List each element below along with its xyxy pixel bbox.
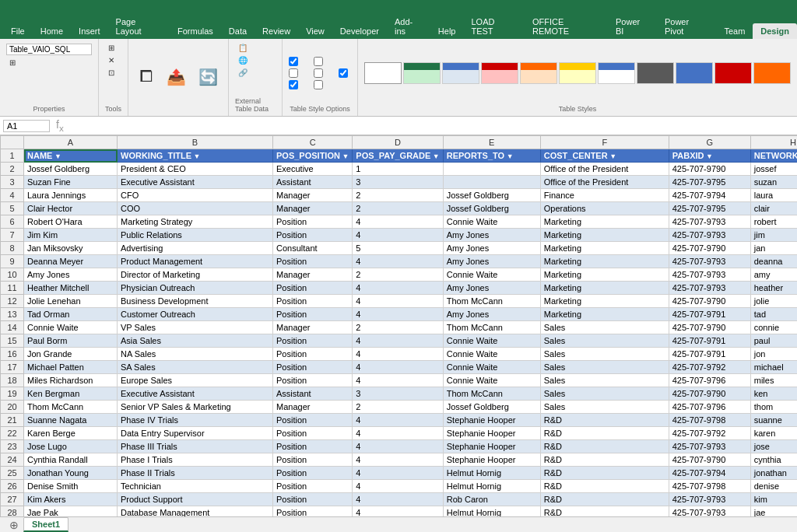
cell-10-6[interactable]: Marketing bbox=[540, 268, 669, 282]
first-column-checkbox[interactable] bbox=[314, 57, 326, 66]
cell-10-2[interactable]: Director of Marketing bbox=[118, 268, 273, 282]
cell-6-6[interactable]: Marketing bbox=[540, 215, 669, 229]
spreadsheet[interactable]: A B C D E F G H I J K 1 NAME WORKING_TIT… bbox=[0, 135, 797, 516]
cell-4-6[interactable]: Finance bbox=[540, 189, 669, 202]
cell-28-4[interactable]: 4 bbox=[353, 506, 443, 517]
cell-28-3[interactable]: Position bbox=[273, 506, 353, 517]
cell-7-4[interactable]: 4 bbox=[353, 229, 443, 242]
cell-3-7[interactable]: 425-707-9795 bbox=[669, 176, 750, 189]
cell-9-3[interactable]: Position bbox=[273, 255, 353, 268]
tab-developer[interactable]: Developer bbox=[332, 23, 387, 39]
cell-7-6[interactable]: Marketing bbox=[540, 229, 669, 242]
cell-26-6[interactable]: R&D bbox=[540, 480, 669, 493]
header-cost-center[interactable]: COST_CENTER bbox=[540, 149, 669, 163]
tab-file[interactable]: File bbox=[3, 23, 33, 39]
cell-15-5[interactable]: Connie Waite bbox=[443, 334, 540, 348]
cell-2-4[interactable]: 1 bbox=[353, 163, 443, 176]
cell-16-5[interactable]: Connie Waite bbox=[443, 348, 540, 361]
tab-help[interactable]: Help bbox=[430, 23, 464, 39]
cell-21-6[interactable]: R&D bbox=[540, 414, 669, 427]
cell-12-6[interactable]: Marketing bbox=[540, 295, 669, 308]
cell-25-3[interactable]: Position bbox=[273, 467, 353, 480]
cell-11-6[interactable]: Marketing bbox=[540, 282, 669, 295]
cell-25-1[interactable]: Jonathan Young bbox=[24, 467, 118, 480]
header-name[interactable]: NAME bbox=[24, 149, 118, 163]
cell-12-5[interactable]: Thom McCann bbox=[443, 295, 540, 308]
cell-27-8[interactable]: kim bbox=[750, 493, 797, 506]
cell-26-1[interactable]: Denise Smith bbox=[24, 480, 118, 493]
cell-2-8[interactable]: jossef bbox=[750, 163, 797, 176]
col-header-d[interactable]: D bbox=[353, 136, 443, 149]
cell-16-7[interactable]: 425-707-9791 bbox=[669, 348, 750, 361]
cell-23-6[interactable]: R&D bbox=[540, 440, 669, 453]
cell-15-2[interactable]: Asia Sales bbox=[118, 334, 273, 348]
col-header-c[interactable]: C bbox=[273, 136, 353, 149]
cell-21-1[interactable]: Suanne Nagata bbox=[24, 414, 118, 427]
cell-11-7[interactable]: 425-707-9793 bbox=[669, 282, 750, 295]
cell-18-3[interactable]: Position bbox=[273, 374, 353, 387]
cell-21-8[interactable]: suanne bbox=[750, 414, 797, 427]
cell-21-3[interactable]: Position bbox=[273, 414, 353, 427]
cell-11-4[interactable]: 4 bbox=[353, 282, 443, 295]
cell-8-7[interactable]: 425-707-9790 bbox=[669, 242, 750, 255]
table-style-light2[interactable] bbox=[442, 62, 479, 84]
table-style-dark3[interactable] bbox=[714, 62, 752, 84]
cell-23-8[interactable]: jose bbox=[750, 440, 797, 453]
summarize-pivottable-btn[interactable]: ⊞ bbox=[105, 42, 118, 54]
cell-6-7[interactable]: 425-707-9793 bbox=[669, 215, 750, 229]
remove-duplicates-btn[interactable]: ✕ bbox=[105, 54, 118, 66]
cell-9-5[interactable]: Amy Jones bbox=[443, 255, 540, 268]
table-style-light3[interactable] bbox=[481, 62, 518, 84]
cell-10-3[interactable]: Manager bbox=[273, 268, 353, 282]
cell-4-3[interactable]: Manager bbox=[273, 189, 353, 202]
cell-19-7[interactable]: 425-707-9790 bbox=[669, 387, 750, 401]
tab-home[interactable]: Home bbox=[33, 23, 71, 39]
cell-3-1[interactable]: Suzan Fine bbox=[24, 176, 118, 189]
tab-powerbi[interactable]: Power BI bbox=[608, 14, 657, 39]
cell-17-8[interactable]: michael bbox=[750, 361, 797, 374]
cell-11-5[interactable]: Amy Jones bbox=[443, 282, 540, 295]
cell-18-2[interactable]: Europe Sales bbox=[118, 374, 273, 387]
cell-24-8[interactable]: cynthia bbox=[750, 453, 797, 467]
col-header-e[interactable]: E bbox=[443, 136, 540, 149]
cell-27-3[interactable]: Position bbox=[273, 493, 353, 506]
cell-20-3[interactable]: Manager bbox=[273, 401, 353, 414]
resize-table-btn[interactable]: ⊞ bbox=[6, 57, 19, 68]
cell-21-4[interactable]: 4 bbox=[353, 414, 443, 427]
cell-2-6[interactable]: Office of the President bbox=[540, 163, 669, 176]
cell-17-2[interactable]: SA Sales bbox=[118, 361, 273, 374]
cell-16-2[interactable]: NA Sales bbox=[118, 348, 273, 361]
cell-4-4[interactable]: 2 bbox=[353, 189, 443, 202]
tab-loadtest[interactable]: LOAD TEST bbox=[463, 14, 525, 39]
cell-16-4[interactable]: 4 bbox=[353, 348, 443, 361]
cell-13-7[interactable]: 425-707-9791 bbox=[669, 308, 750, 321]
cell-9-4[interactable]: 4 bbox=[353, 255, 443, 268]
cell-10-1[interactable]: Amy Jones bbox=[24, 268, 118, 282]
table-name-input[interactable] bbox=[6, 44, 92, 55]
cell-14-1[interactable]: Connie Waite bbox=[24, 321, 118, 334]
cell-10-8[interactable]: amy bbox=[750, 268, 797, 282]
cell-8-5[interactable]: Amy Jones bbox=[443, 242, 540, 255]
cell-22-4[interactable]: 4 bbox=[353, 427, 443, 440]
insert-slicer-btn[interactable]: ⧠ bbox=[135, 65, 158, 88]
cell-28-5[interactable]: Helmut Hornig bbox=[443, 506, 540, 517]
cell-13-5[interactable]: Amy Jones bbox=[443, 308, 540, 321]
cell-3-4[interactable]: 3 bbox=[353, 176, 443, 189]
cell-4-2[interactable]: CFO bbox=[118, 189, 273, 202]
table-style-light1[interactable] bbox=[403, 62, 441, 84]
cell-5-3[interactable]: Manager bbox=[273, 202, 353, 215]
tab-team[interactable]: Team bbox=[716, 23, 753, 39]
cell-24-5[interactable]: Stephanie Hooper bbox=[443, 453, 540, 467]
cell-20-5[interactable]: Jossef Goldberg bbox=[443, 401, 540, 414]
cell-22-7[interactable]: 425-707-9792 bbox=[669, 427, 750, 440]
cell-2-2[interactable]: President & CEO bbox=[118, 163, 273, 176]
cell-5-1[interactable]: Clair Hector bbox=[24, 202, 118, 215]
cell-17-1[interactable]: Michael Patten bbox=[24, 361, 118, 374]
cell-3-6[interactable]: Office of the President bbox=[540, 176, 669, 189]
cell-5-4[interactable]: 2 bbox=[353, 202, 443, 215]
convert-to-range-btn[interactable]: ⊡ bbox=[105, 67, 118, 79]
cell-8-3[interactable]: Consultant bbox=[273, 242, 353, 255]
cell-15-8[interactable]: paul bbox=[750, 334, 797, 348]
cell-20-6[interactable]: Sales bbox=[540, 401, 669, 414]
cell-13-4[interactable]: 4 bbox=[353, 308, 443, 321]
